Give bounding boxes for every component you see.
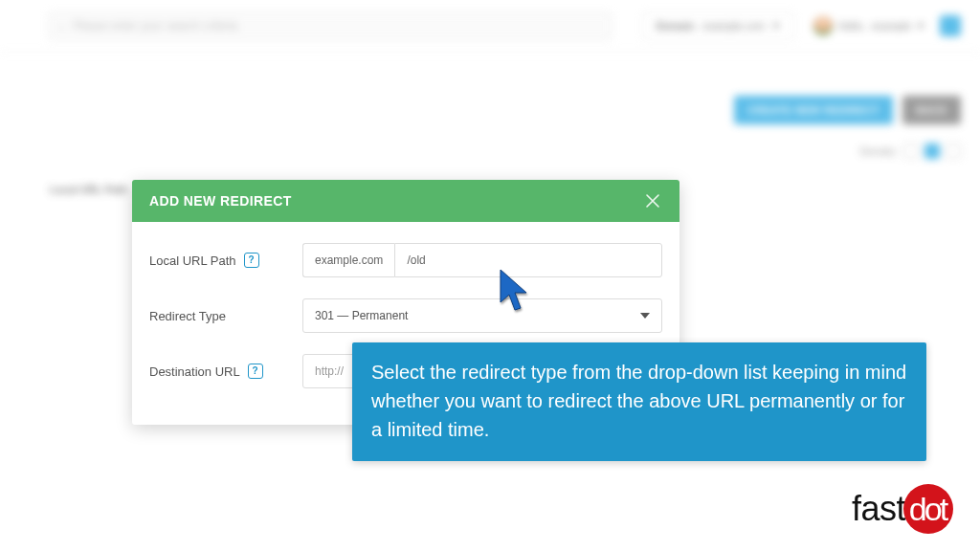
- create-new-redirect-button[interactable]: CREATE NEW REDIRECT: [734, 96, 893, 124]
- redirect-type-select[interactable]: 301 — Permanent: [302, 298, 662, 333]
- brand-text-a: fast: [852, 489, 905, 529]
- density-label: Density:: [859, 145, 898, 157]
- destination-url-label: Destination URL: [149, 364, 240, 379]
- search-input[interactable]: ⌕ Please enter your search criteria: [48, 11, 612, 40]
- density-option[interactable]: [903, 143, 919, 159]
- local-url-label: Local URL Path: [149, 253, 236, 268]
- help-icon[interactable]: ?: [244, 253, 259, 268]
- density-option[interactable]: [924, 143, 940, 159]
- brand-logo: fast dot: [852, 484, 953, 534]
- search-placeholder: Please enter your search criteria: [73, 19, 238, 33]
- help-icon[interactable]: ?: [248, 364, 263, 379]
- column-header-local-url: Local URL Path: [50, 184, 127, 195]
- local-url-prefix: example.com: [302, 243, 394, 277]
- chevron-down-icon: [640, 313, 650, 319]
- user-menu[interactable]: Hello, example: [813, 16, 924, 35]
- close-icon[interactable]: [643, 191, 662, 210]
- menu-button[interactable]: [940, 15, 961, 36]
- domain-label: Domain: [657, 20, 695, 32]
- search-icon: ⌕: [58, 19, 65, 33]
- domain-selector[interactable]: Domain example.com: [642, 11, 795, 40]
- instruction-callout: Select the redirect type from the drop-d…: [352, 342, 926, 461]
- brand-text-b: dot: [909, 491, 946, 528]
- redirect-type-label: Redirect Type: [149, 309, 226, 323]
- domain-value: example.com: [702, 20, 765, 32]
- avatar: [813, 16, 833, 35]
- back-button[interactable]: BACK: [902, 96, 961, 124]
- hello-prefix: Hello,: [838, 20, 865, 32]
- density-option[interactable]: [946, 143, 961, 159]
- redirect-type-value: 301 — Permanent: [315, 309, 408, 322]
- cursor-icon: [498, 268, 532, 314]
- hello-user: example: [871, 20, 911, 32]
- chevron-down-icon: [772, 24, 780, 29]
- chevron-down-icon: [917, 24, 924, 29]
- modal-title: ADD NEW REDIRECT: [149, 193, 292, 209]
